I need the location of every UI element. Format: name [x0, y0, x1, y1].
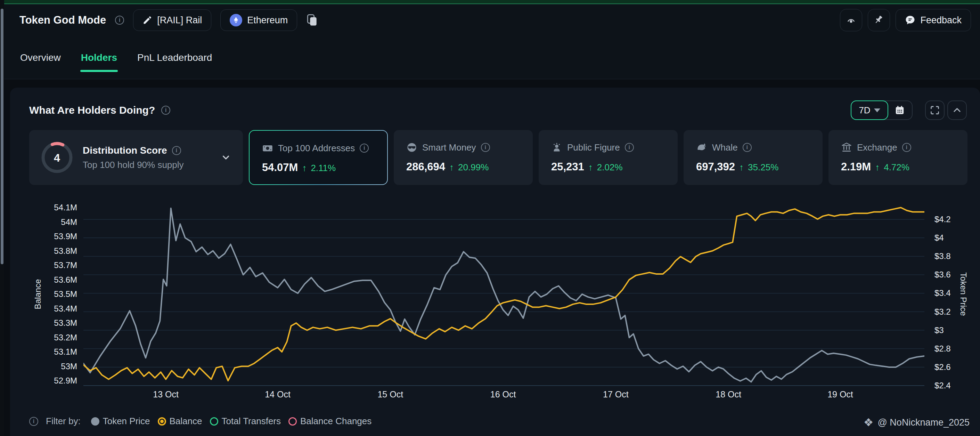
balance-tick-label: 53.6M: [10, 275, 77, 285]
chain-selector-button[interactable]: Ethereum: [220, 10, 297, 31]
page-title: Token God Mode: [19, 14, 106, 26]
info-icon[interactable]: i: [161, 106, 170, 115]
info-icon[interactable]: i: [360, 144, 369, 153]
feedback-label: Feedback: [920, 15, 962, 26]
tab-pnl-leaderboard[interactable]: PnL Leaderboard: [137, 36, 212, 79]
balance-marker-icon: [158, 417, 166, 426]
banknote-icon: [262, 142, 273, 154]
fullscreen-button[interactable]: [925, 101, 945, 120]
bank-icon: [841, 142, 852, 153]
public-figure-icon: [551, 142, 562, 153]
balance-tick-label: 54M: [10, 217, 77, 227]
price-tick-label: $4.2: [934, 214, 951, 224]
balance-tick-label: 53.8M: [10, 246, 77, 256]
info-icon[interactable]: i: [625, 143, 634, 152]
right-axis-title: Token Price: [958, 259, 968, 329]
token-selector-button[interactable]: [RAIL] Rail: [133, 10, 211, 31]
info-icon[interactable]: i: [115, 16, 124, 25]
card-title: Smart Money: [422, 142, 476, 153]
ethereum-icon: [230, 14, 242, 26]
watchlist-button[interactable]: [840, 9, 862, 31]
up-arrow-icon: ↑: [449, 162, 454, 173]
tab-bar: Overview Holders PnL Leaderboard: [4, 36, 980, 79]
legend-token-price[interactable]: Token Price: [91, 416, 150, 426]
collapse-button[interactable]: [947, 101, 967, 120]
card-change: 2.02%: [597, 162, 623, 173]
section-title: What Are Holders Doing?: [29, 104, 155, 116]
whale-icon: [696, 142, 707, 153]
scrollbar-thumb[interactable]: [1, 9, 3, 264]
balance-tick-label: 53.4M: [10, 304, 77, 314]
info-icon[interactable]: i: [902, 143, 911, 152]
tab-overview[interactable]: Overview: [20, 36, 61, 79]
holders-chart[interactable]: [83, 205, 924, 386]
tab-holders-label: Holders: [81, 52, 117, 63]
balance-tick-label: 53.7M: [10, 260, 77, 270]
balance-tick-label: 53M: [10, 362, 77, 371]
token-price-marker-icon: [91, 417, 99, 426]
legend-balance[interactable]: Balance: [158, 416, 202, 426]
tab-pnl-leaderboard-label: PnL Leaderboard: [137, 52, 212, 63]
card-change: 20.99%: [458, 162, 488, 173]
top-100-addresses-card[interactable]: Top 100 Addresses i 54.07M ↑ 2.11%: [249, 130, 388, 185]
top-banner-bar: [4, 0, 980, 4]
legend-label: Token Price: [103, 416, 150, 426]
page-scrollbar[interactable]: [0, 0, 4, 436]
exchange-card[interactable]: Exchange i 2.19M ↑ 4.72%: [829, 130, 967, 185]
feedback-button[interactable]: Feedback: [896, 9, 971, 31]
pin-button[interactable]: [868, 9, 890, 31]
fullscreen-icon: [930, 105, 940, 115]
nansen-logo-icon: ❖: [864, 416, 873, 429]
whale-card[interactable]: Whale i 697,392 ↑ 35.25%: [684, 130, 822, 185]
svg-text:4: 4: [54, 152, 60, 164]
smart-money-card[interactable]: Smart Money i 286,694 ↑ 20.99%: [394, 130, 533, 185]
legend-label: Balance: [170, 416, 202, 426]
date-tick-label: 18 Oct: [708, 390, 749, 399]
price-tick-label: $3.8: [934, 251, 951, 261]
balance-tick-label: 53.2M: [10, 333, 77, 342]
public-figure-card[interactable]: Public Figure i 25,231 ↑ 2.02%: [539, 130, 678, 185]
total-transfers-marker-icon: [210, 417, 218, 426]
price-tick-label: $3.2: [934, 307, 951, 317]
eye-icon: [846, 15, 856, 26]
calendar-button[interactable]: [888, 105, 912, 115]
info-icon[interactable]: i: [29, 417, 38, 426]
card-change: 2.11%: [311, 163, 336, 174]
smart-money-icon: [406, 142, 417, 153]
balance-tick-label: 52.9M: [10, 376, 77, 386]
card-title: Top 100 Addresses: [278, 143, 355, 154]
section-header: What Are Holders Doing? i 7D: [29, 100, 967, 120]
up-arrow-icon: ↑: [875, 162, 880, 173]
info-icon[interactable]: i: [172, 146, 181, 155]
period-dropdown[interactable]: 7D: [851, 101, 888, 120]
legend-label: Total Transfers: [222, 416, 281, 426]
info-icon[interactable]: i: [743, 143, 752, 152]
copy-icon[interactable]: [306, 14, 318, 27]
distribution-score-gauge: 4: [41, 142, 73, 174]
token-selector-label: [RAIL] Rail: [157, 15, 202, 26]
legend-balance-changes[interactable]: Balance Changes: [288, 416, 372, 426]
chevron-down-icon[interactable]: [221, 152, 231, 163]
date-tick-label: 17 Oct: [595, 390, 636, 399]
price-tick-label: $3.6: [934, 270, 951, 279]
chain-selector-label: Ethereum: [247, 15, 288, 26]
watermark-handle: @ NoNickname_2025: [878, 417, 970, 428]
tab-overview-label: Overview: [20, 52, 61, 63]
up-arrow-icon: ↑: [302, 163, 307, 174]
distribution-score-card[interactable]: 4 Distribution Score i Top 100 hold 90% …: [29, 130, 243, 185]
card-title: Exchange: [857, 142, 897, 153]
balance-tick-label: 53.3M: [10, 318, 77, 328]
card-title: Whale: [712, 142, 738, 153]
price-tick-label: $3: [934, 326, 944, 335]
tab-holders[interactable]: Holders: [81, 36, 117, 79]
balance-tick-label: 53.1M: [10, 347, 77, 357]
balance-tick-label: 53.5M: [10, 289, 77, 299]
active-tab-indicator: [80, 70, 118, 72]
price-tick-label: $2.4: [934, 381, 951, 390]
info-icon[interactable]: i: [481, 143, 490, 152]
legend-total-transfers[interactable]: Total Transfers: [210, 416, 281, 426]
chevron-down-icon: [874, 109, 880, 112]
chat-bubble-icon: [905, 15, 915, 26]
balance-tick-label: 54.1M: [10, 203, 77, 212]
filter-label: Filter by:: [46, 416, 81, 426]
